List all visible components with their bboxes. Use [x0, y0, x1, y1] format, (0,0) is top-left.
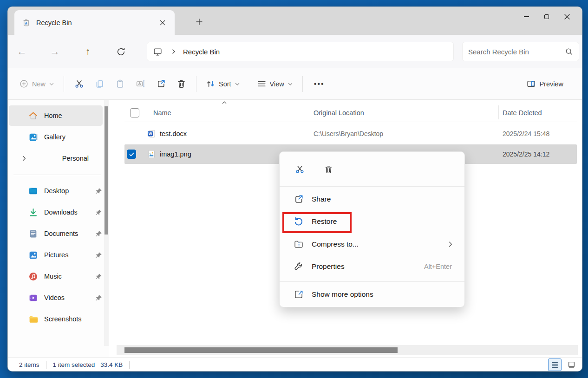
menu-item-restore[interactable]: Restore	[282, 210, 462, 233]
more-options-button[interactable]: •••	[307, 80, 331, 88]
word-file-icon: W	[147, 129, 156, 138]
wrench-icon	[294, 261, 304, 272]
sidebar-scrollbar[interactable]	[104, 100, 109, 346]
menu-item-show-more-options[interactable]: Show more options	[282, 283, 462, 306]
tab-close-icon[interactable]	[156, 16, 169, 29]
preview-button[interactable]: Preview	[522, 75, 568, 93]
compress-zip-icon	[294, 239, 304, 249]
file-date-deleted: 2025/2/25 14:12	[503, 150, 549, 158]
navigation-pane: Home Gallery Personal	[8, 100, 109, 357]
up-button[interactable]: ↑	[78, 42, 97, 61]
preview-button-label: Preview	[539, 80, 563, 88]
column-header-row: Name Original Location Date Deleted	[124, 104, 577, 122]
large-icons-view-toggle[interactable]	[565, 358, 578, 371]
sidebar-item-desktop[interactable]: Desktop	[9, 181, 103, 201]
sidebar-divider	[13, 175, 101, 175]
sidebar-item-downloads[interactable]: Downloads	[9, 202, 103, 222]
file-original-location: C:\Users\Bryan\Desktop	[314, 130, 383, 137]
sidebar-item-documents[interactable]: Documents	[9, 223, 103, 244]
maximize-button[interactable]	[536, 8, 557, 26]
pin-icon	[95, 273, 103, 280]
new-button[interactable]: New	[14, 75, 59, 93]
status-bar: 2 items 1 item selected 33.4 KB	[8, 357, 582, 371]
file-date-deleted: 2025/2/24 15:48	[503, 130, 549, 137]
sort-button[interactable]: Sort	[201, 75, 245, 93]
cut-button[interactable]	[69, 75, 89, 93]
sidebar-item-videos[interactable]: Videos	[9, 287, 103, 308]
menu-item-properties[interactable]: Properties Alt+Enter	[282, 255, 462, 278]
back-button[interactable]: ←	[13, 42, 31, 61]
this-pc-icon	[153, 47, 163, 57]
sort-icon	[206, 79, 216, 89]
select-all-checkbox[interactable]	[130, 104, 139, 122]
rename-button[interactable]	[130, 75, 150, 93]
column-header-name[interactable]: Name	[153, 104, 171, 122]
tab-strip: Recycle Bin	[8, 7, 582, 35]
minimize-button[interactable]	[516, 8, 536, 26]
chevron-right-icon	[21, 155, 27, 162]
new-tab-button[interactable]	[192, 14, 207, 29]
pin-icon	[95, 294, 103, 302]
menu-item-compress-to[interactable]: Compress to...	[282, 233, 462, 255]
details-view-toggle[interactable]	[548, 358, 562, 371]
videos-icon	[28, 293, 38, 303]
address-bar[interactable]: Recycle Bin	[147, 42, 454, 61]
menu-item-label: Restore	[312, 217, 337, 226]
sidebar-item-label: Personal	[62, 155, 89, 162]
paste-button[interactable]	[110, 75, 130, 93]
view-button-label: View	[270, 80, 284, 88]
trash-icon	[324, 164, 333, 174]
pin-icon	[95, 251, 103, 259]
horizontal-scrollbar[interactable]	[117, 345, 578, 355]
documents-icon	[28, 229, 38, 239]
breadcrumb: Recycle Bin	[183, 48, 220, 56]
search-icon[interactable]	[565, 47, 573, 56]
desktop-icon	[28, 186, 38, 196]
file-row-test-docx[interactable]: W test.docx C:\Users\Bryan\Desktop 2025/…	[124, 124, 577, 143]
paste-icon	[115, 79, 125, 89]
sidebar-item-home[interactable]: Home	[9, 105, 103, 126]
column-header-original-location[interactable]: Original Location	[314, 104, 364, 122]
sidebar-item-label: Home	[44, 112, 62, 119]
copy-button[interactable]	[89, 75, 110, 93]
sidebar-item-label: Screenshots	[44, 315, 82, 323]
context-delete-button[interactable]	[320, 160, 337, 178]
svg-text:W: W	[149, 132, 152, 136]
menu-item-label: Compress to...	[312, 240, 359, 248]
delete-button[interactable]	[171, 75, 191, 93]
plus-circle-icon	[19, 79, 29, 89]
navigation-bar: ← → ↑ Recycle Bin	[8, 35, 582, 68]
row-checkbox[interactable]	[127, 144, 136, 164]
sidebar-item-label: Documents	[44, 230, 78, 237]
item-count: 2 items	[19, 361, 39, 368]
menu-item-share[interactable]: Share	[282, 188, 462, 210]
downloads-icon	[28, 208, 38, 217]
context-cut-button[interactable]	[291, 160, 308, 178]
sidebar-item-personal[interactable]: Personal	[9, 148, 103, 169]
sidebar-item-music[interactable]: Music	[9, 266, 103, 287]
tab-recycle-bin[interactable]: Recycle Bin	[14, 10, 175, 35]
music-icon	[28, 272, 38, 281]
horizontal-scrollbar-thumb[interactable]	[124, 347, 398, 353]
tab-title: Recycle Bin	[36, 19, 156, 26]
close-button[interactable]	[557, 8, 577, 26]
menu-item-label: Properties	[312, 262, 345, 271]
forward-button[interactable]: →	[46, 42, 64, 61]
context-menu: Share Restore Compress to... Properties …	[279, 151, 465, 307]
recycle-bin-icon	[22, 18, 31, 27]
copy-icon	[95, 79, 105, 89]
breadcrumb-chevron-icon	[171, 49, 176, 54]
share-button[interactable]	[150, 75, 171, 93]
cut-icon	[74, 79, 84, 89]
restore-icon	[294, 216, 304, 227]
view-icon	[257, 79, 267, 89]
sidebar-item-gallery[interactable]: Gallery	[9, 127, 103, 147]
view-button[interactable]: View	[252, 75, 298, 93]
gallery-icon	[28, 132, 38, 142]
search-input[interactable]	[468, 48, 565, 56]
pin-icon	[95, 209, 103, 216]
column-header-date-deleted[interactable]: Date Deleted	[503, 104, 542, 122]
sidebar-item-pictures[interactable]: Pictures	[9, 245, 103, 265]
sidebar-item-screenshots[interactable]: Screenshots	[9, 309, 103, 329]
refresh-button[interactable]	[111, 42, 130, 61]
